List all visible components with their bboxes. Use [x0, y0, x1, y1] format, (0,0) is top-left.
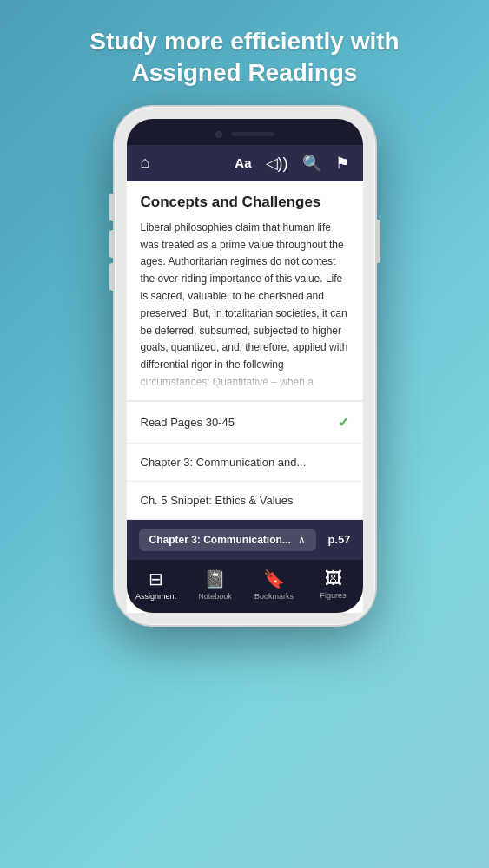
bottom-nav: ⊟ Assignment 📓 Notebook 🔖 Bookmarks 🖼 Fi… [127, 560, 363, 613]
chapter-bar: Chapter 3: Communication... ∧ p.57 [127, 520, 363, 560]
camera-icon [215, 131, 222, 138]
search-icon[interactable]: 🔍 [302, 154, 321, 173]
camera-row [215, 128, 274, 145]
done-icon: ✓ [338, 414, 349, 431]
nav-item-notebook[interactable]: 📓 Notebook [186, 560, 245, 613]
assignment-nav-icon: ⊟ [149, 569, 163, 589]
phone-wrapper: ⌂ Aa ◁)) 🔍 ⚑ Concepts and Challenges Lib… [106, 107, 384, 868]
figures-nav-label: Figures [320, 591, 346, 600]
app-topbar: ⌂ Aa ◁)) 🔍 ⚑ [127, 145, 363, 181]
notebook-nav-icon: 📓 [204, 569, 226, 589]
home-icon[interactable]: ⌂ [141, 154, 150, 172]
bookmark-icon[interactable]: ⚑ [335, 154, 349, 173]
assignment-item-text: Ch. 5 Snippet: Ethics & Values [141, 494, 294, 507]
assignment-list: Read Pages 30-45 ✓ Chapter 3: Communicat… [127, 401, 363, 520]
assignment-nav-label: Assignment [135, 592, 176, 601]
phone-notch [127, 119, 363, 145]
topbar-right: Aa ◁)) 🔍 ⚑ [235, 154, 348, 173]
notebook-nav-label: Notebook [198, 592, 232, 601]
nav-item-assignment[interactable]: ⊟ Assignment [127, 560, 186, 613]
reading-content: Concepts and Challenges Liberal philosop… [127, 181, 363, 401]
assignment-item[interactable]: Chapter 3: Communication and... [127, 444, 363, 482]
assignment-item-text: Read Pages 30-45 [141, 416, 235, 429]
chapter-bar-left[interactable]: Chapter 3: Communication... ∧ [139, 529, 316, 551]
hero-text: Study more efficiently with Assigned Rea… [55, 0, 433, 107]
reading-body-wrapper: Liberal philosophies claim that human li… [141, 220, 349, 391]
bookmarks-nav-label: Bookmarks [254, 592, 294, 601]
page-number: p.57 [327, 533, 350, 546]
chapter-title: Concepts and Challenges [141, 194, 349, 211]
chevron-up-icon: ∧ [298, 534, 306, 546]
hero-line1: Study more efficiently with [89, 28, 399, 55]
volume-icon[interactable]: ◁)) [266, 154, 288, 173]
hero-line2: Assigned Readings [132, 59, 358, 86]
figures-nav-icon: 🖼 [325, 569, 342, 589]
phone-screen: ⌂ Aa ◁)) 🔍 ⚑ Concepts and Challenges Lib… [127, 145, 363, 613]
phone-outer: ⌂ Aa ◁)) 🔍 ⚑ Concepts and Challenges Lib… [115, 107, 375, 625]
reading-body: Liberal philosophies claim that human li… [141, 220, 349, 391]
speaker-bar [231, 132, 274, 136]
assignment-item[interactable]: Read Pages 30-45 ✓ [127, 402, 363, 444]
nav-item-figures[interactable]: 🖼 Figures [304, 560, 363, 613]
bookmarks-nav-icon: 🔖 [263, 569, 285, 589]
nav-item-bookmarks[interactable]: 🔖 Bookmarks [245, 560, 304, 613]
assignment-item[interactable]: Ch. 5 Snippet: Ethics & Values [127, 482, 363, 520]
assignment-item-text: Chapter 3: Communication and... [141, 456, 307, 469]
chapter-bar-title: Chapter 3: Communication... [149, 534, 291, 546]
font-size-button[interactable]: Aa [235, 155, 251, 170]
